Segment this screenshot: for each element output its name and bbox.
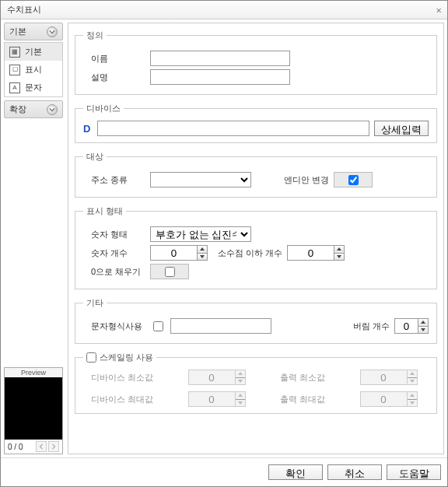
name-label: 이름	[83, 53, 145, 65]
zerofill-checkbox[interactable]	[165, 267, 175, 277]
content-panel: 정의 이름 설명 디바이스 D 상세입력 대상	[68, 23, 444, 454]
sidebar-item-label: 기본	[25, 46, 42, 58]
numtype-label: 숫자 형태	[83, 229, 145, 240]
dev-max-stepper	[188, 391, 257, 407]
usefmt-checkbox[interactable]	[153, 321, 163, 331]
zerofill-label: 0으로 채우기	[83, 266, 145, 278]
scaling-enable-label: 스케일링 사용	[100, 352, 153, 363]
text-icon: A	[9, 82, 20, 93]
trim-label: 버림 개수	[353, 321, 390, 332]
sidebar-item-label: 문자	[25, 82, 42, 93]
cancel-button[interactable]: 취소	[327, 464, 382, 480]
group-definition: 정의 이름 설명	[75, 30, 437, 95]
up-arrow-icon[interactable]	[418, 319, 428, 327]
up-arrow-icon	[236, 392, 245, 400]
sidebar-item-display[interactable]: ☐ 표시	[5, 61, 62, 79]
up-arrow-icon[interactable]	[334, 246, 344, 254]
prev-icon[interactable]	[36, 441, 47, 452]
down-arrow-icon	[408, 400, 417, 407]
down-arrow-icon	[236, 400, 245, 407]
preview-label: Preview	[5, 368, 62, 377]
chevron-down-icon	[47, 104, 58, 115]
numtype-select[interactable]: 부호가 없는 십진수	[150, 226, 251, 242]
out-max-input	[360, 391, 407, 407]
dev-max-label: 디바이스 최대값	[91, 394, 165, 405]
decimals-stepper[interactable]	[287, 245, 345, 261]
page-icon: ☐	[9, 65, 20, 75]
addr-type-label: 주소 종류	[83, 174, 145, 186]
close-icon[interactable]: ⨉	[436, 5, 441, 15]
next-icon[interactable]	[48, 441, 59, 452]
endian-checkbox[interactable]	[348, 175, 359, 185]
legend-scaling: 스케일링 사용	[83, 352, 156, 363]
down-arrow-icon[interactable]	[418, 327, 428, 334]
trim-input[interactable]	[394, 318, 418, 334]
legend-target: 대상	[83, 151, 107, 163]
out-min-label: 출력 최소값	[280, 372, 337, 384]
out-min-stepper	[360, 370, 429, 385]
up-arrow-icon	[408, 392, 417, 400]
ok-button[interactable]: 확인	[268, 464, 323, 480]
preview-counter: 0 / 0	[8, 443, 23, 451]
dialog-footer: 확인 취소 도움말	[1, 457, 447, 486]
decimals-input[interactable]	[287, 245, 334, 261]
up-arrow-icon[interactable]	[198, 246, 207, 254]
preview-footer: 0 / 0	[5, 440, 62, 454]
out-max-label: 출력 최대값	[280, 394, 337, 405]
desc-input[interactable]	[150, 69, 290, 85]
group-etc: 기타 문자형식사용 버림 개수	[75, 297, 437, 344]
endian-checkbox-bg	[334, 172, 373, 187]
addr-type-select[interactable]	[150, 172, 251, 187]
dev-max-input	[188, 391, 235, 407]
category-basic-header[interactable]: 기본	[4, 23, 63, 40]
device-detail-button[interactable]: 상세입력	[374, 121, 429, 136]
titlebar: 수치표시 ⨉	[1, 1, 447, 19]
trim-stepper[interactable]	[394, 318, 429, 334]
sidebar-item-text[interactable]: A 문자	[5, 79, 62, 96]
out-max-stepper	[360, 391, 429, 407]
grid-icon: ▦	[9, 47, 20, 58]
dialog-window: 수치표시 ⨉ 기본 ▦ 기본 ☐ 표시 A	[0, 0, 448, 487]
group-format: 표시 형태 숫자 형태 부호가 없는 십진수 숫자 개수	[75, 205, 437, 289]
name-input[interactable]	[150, 51, 290, 66]
dev-min-input	[188, 370, 235, 385]
category-basic-label: 기본	[9, 26, 26, 37]
legend-format: 표시 형태	[83, 205, 126, 217]
digits-input[interactable]	[150, 245, 197, 261]
preview-canvas	[5, 377, 62, 440]
digits-stepper[interactable]	[150, 245, 208, 261]
group-target: 대상 주소 종류 엔디안 변경	[75, 151, 437, 198]
endian-label: 엔디안 변경	[284, 174, 329, 186]
down-arrow-icon	[236, 378, 245, 385]
nav-list: ▦ 기본 ☐ 표시 A 문자	[4, 42, 63, 97]
down-arrow-icon[interactable]	[198, 254, 207, 261]
sidebar-item-label: 표시	[25, 64, 42, 75]
usefmt-label: 문자형식사용	[83, 321, 145, 332]
dev-min-stepper	[188, 370, 257, 385]
category-extend-label: 확장	[9, 103, 26, 115]
sidebar: 기본 ▦ 기본 ☐ 표시 A 문자 확장	[4, 23, 63, 454]
up-arrow-icon	[408, 370, 417, 378]
group-scaling: 스케일링 사용 디바이스 최소값 출력 최소값 디바이스 최대값	[75, 352, 437, 414]
dev-min-label: 디바이스 최소값	[91, 372, 165, 384]
scaling-enable-checkbox[interactable]	[86, 352, 96, 363]
group-device: 디바이스 D 상세입력	[75, 103, 437, 143]
window-title: 수치표시	[7, 4, 41, 16]
sidebar-item-basic[interactable]: ▦ 기본	[5, 43, 62, 61]
legend-device: 디바이스	[83, 103, 124, 114]
preview-panel: Preview 0 / 0	[4, 367, 63, 454]
chevron-down-icon	[47, 26, 58, 37]
zerofill-checkbox-bg	[150, 264, 189, 279]
device-prefix: D	[83, 123, 93, 135]
category-extend-header[interactable]: 확장	[4, 100, 63, 118]
out-min-input	[360, 370, 407, 385]
fmt-input[interactable]	[170, 318, 271, 334]
digits-label: 숫자 개수	[83, 247, 145, 259]
desc-label: 설명	[83, 72, 145, 83]
help-button[interactable]: 도움말	[387, 464, 441, 480]
decimals-label: 소수점 이하 개수	[212, 247, 282, 259]
down-arrow-icon	[408, 378, 417, 385]
device-input[interactable]	[97, 121, 369, 136]
down-arrow-icon[interactable]	[334, 254, 344, 261]
legend-definition: 정의	[83, 30, 107, 41]
